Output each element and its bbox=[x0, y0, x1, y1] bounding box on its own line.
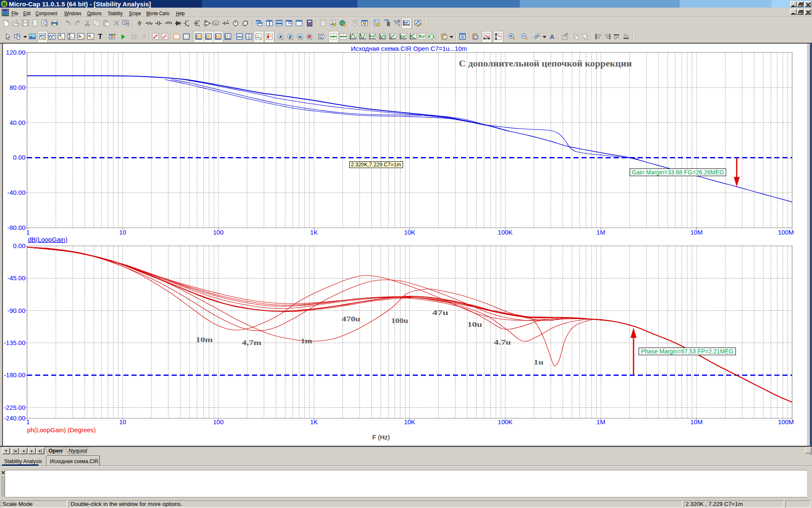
svg-text:100M: 100M bbox=[778, 418, 794, 425]
svg-text:100M: 100M bbox=[778, 229, 794, 236]
svg-text:10M: 10M bbox=[690, 418, 702, 425]
svg-text:100: 100 bbox=[213, 418, 224, 425]
svg-text:-240.00: -240.00 bbox=[4, 414, 25, 422]
svg-text:С дополнительной цепочкой корр: С дополнительной цепочкой коррекции bbox=[459, 58, 632, 69]
svg-text:100: 100 bbox=[213, 229, 224, 236]
svg-text:100K: 100K bbox=[498, 229, 513, 236]
svg-text:0.00: 0.00 bbox=[13, 154, 25, 161]
svg-text:1M: 1M bbox=[596, 229, 605, 236]
svg-text:-40.00: -40.00 bbox=[7, 189, 25, 196]
svg-text:10u: 10u bbox=[467, 320, 482, 329]
svg-text:1: 1 bbox=[26, 418, 30, 425]
svg-text:47u: 47u bbox=[432, 309, 448, 317]
svg-text:-45.00: -45.00 bbox=[7, 274, 25, 282]
svg-text:2.320K,7.229 C7=1m: 2.320K,7.229 C7=1m bbox=[351, 162, 401, 168]
svg-text:10m: 10m bbox=[196, 336, 213, 344]
svg-text:10K: 10K bbox=[404, 418, 415, 425]
svg-text:Phase Margin=67.53 FP=2.21MEG: Phase Margin=67.53 FP=2.21MEG bbox=[641, 348, 734, 355]
svg-text:10K: 10K bbox=[404, 229, 415, 236]
svg-text:Исходная схема.CIR Open C7=1u.: Исходная схема.CIR Open C7=1u...10m bbox=[351, 45, 467, 52]
svg-text:-80.00: -80.00 bbox=[7, 224, 25, 231]
svg-text:1K: 1K bbox=[310, 418, 318, 425]
svg-text:Open: Open bbox=[48, 447, 62, 454]
svg-text:10M: 10M bbox=[690, 229, 702, 236]
svg-text:120.00: 120.00 bbox=[6, 49, 25, 56]
svg-text:-225.00: -225.00 bbox=[4, 404, 25, 411]
svg-text:0.00: 0.00 bbox=[13, 242, 25, 249]
svg-text:470u: 470u bbox=[342, 315, 360, 323]
svg-text:100u: 100u bbox=[391, 317, 408, 325]
svg-text:dB(LoopGain): dB(LoopGain) bbox=[28, 236, 67, 243]
svg-text:ph(LoopGain) (Degrees): ph(LoopGain) (Degrees) bbox=[27, 426, 96, 433]
svg-text:-135.00: -135.00 bbox=[4, 339, 25, 346]
svg-text:1m: 1m bbox=[301, 337, 312, 345]
svg-text:1u: 1u bbox=[534, 358, 543, 366]
svg-text:1: 1 bbox=[26, 229, 30, 236]
svg-text:40.00: 40.00 bbox=[9, 119, 25, 126]
svg-text:4.7u: 4.7u bbox=[494, 338, 511, 346]
svg-text:80.00: 80.00 bbox=[9, 84, 25, 91]
svg-text:Nyquist: Nyquist bbox=[69, 447, 87, 454]
svg-text:4,7m: 4,7m bbox=[242, 339, 261, 347]
svg-text:Gain Margin=33.68 FG=26.26MEG: Gain Margin=33.68 FG=26.26MEG bbox=[632, 169, 724, 176]
svg-text:1K: 1K bbox=[310, 229, 318, 236]
svg-text:1M: 1M bbox=[596, 418, 605, 425]
svg-text:100K: 100K bbox=[498, 418, 513, 425]
svg-text:10: 10 bbox=[119, 229, 126, 236]
svg-text:F (Hz): F (Hz) bbox=[372, 433, 390, 441]
svg-text:-90.00: -90.00 bbox=[7, 307, 25, 314]
svg-text:-180.00: -180.00 bbox=[4, 371, 25, 378]
svg-text:10: 10 bbox=[119, 418, 126, 425]
